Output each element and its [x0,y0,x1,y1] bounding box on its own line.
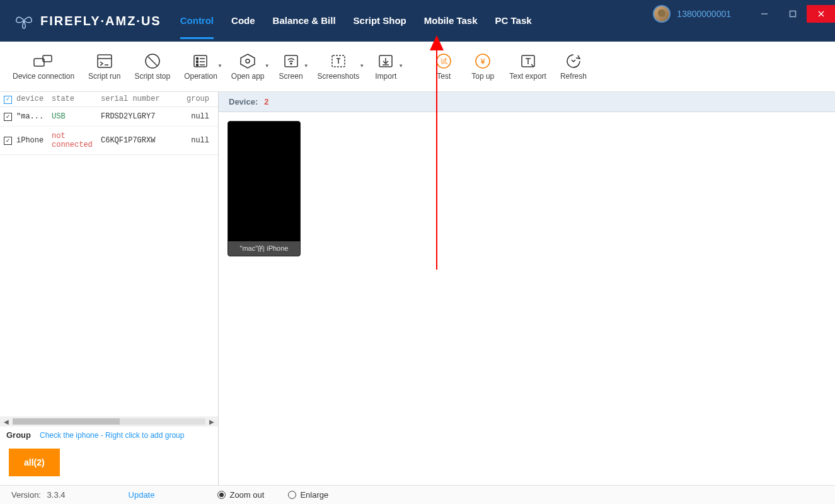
tool-script-run[interactable]: Script run [82,49,127,84]
scroll-thumb[interactable] [13,418,120,425]
device-name: iPhone [16,136,52,145]
open-app-icon [236,53,259,69]
device-state: USB [52,112,101,121]
tool-top-up[interactable]: ¥ Top up [464,49,502,84]
svg-text:¥: ¥ [480,57,486,66]
tool-device-connection[interactable]: Device connection [6,49,81,84]
svg-point-19 [246,59,250,63]
refresh-icon [562,53,585,69]
brand-text: FIREFLY·AMZ·US [40,14,161,28]
svg-point-12 [197,57,199,59]
screenshots-icon [327,53,350,69]
screen-icon [280,53,302,69]
horizontal-scrollbar[interactable]: ◀ ▶ [0,416,218,427]
radio-on-icon [217,491,226,499]
toolbar: Device connection Script run Script stop… [0,42,835,92]
app-header: FIREFLY·AMZ·US Control Code Balance & Bi… [0,0,835,42]
tool-operation[interactable]: Operation ▼ [178,49,224,84]
svg-point-16 [197,64,199,66]
maximize-button[interactable] [778,5,807,23]
group-chip-all[interactable]: all(2) [9,449,60,476]
device-checkbox[interactable] [4,137,12,145]
device-name: "ma... [16,112,52,121]
device-group: null [178,112,209,121]
device-group: null [178,136,209,145]
test-icon: 试 [432,53,455,69]
nav-script-shop[interactable]: Script Shop [354,3,406,39]
dropdown-caret-icon: ▼ [398,63,403,69]
svg-rect-1 [790,11,795,17]
content-pane: Device: 2 "mac"的 iPhone [219,92,835,485]
header-right: 13800000001 [653,0,835,28]
enlarge-option[interactable]: Enlarge [288,490,328,500]
group-chips: all(2) [0,444,218,485]
script-run-icon [93,53,116,69]
nav-mobile-task[interactable]: Mobile Task [424,3,478,39]
svg-line-10 [148,57,157,66]
tool-open-app[interactable]: Open app ▼ [225,49,271,84]
tool-test[interactable]: 试 Test [425,49,463,84]
close-button[interactable] [807,5,835,23]
device-checkbox[interactable] [4,113,12,121]
device-preview-area: "mac"的 iPhone [219,112,835,485]
scroll-right-icon[interactable]: ▶ [208,418,216,425]
device-connection-icon [32,53,55,69]
zoom-out-label: Zoom out [229,490,264,500]
select-all-checkbox[interactable] [4,96,12,104]
tool-refresh[interactable]: Refresh [554,49,593,84]
top-nav: Control Code Balance & Bill Script Shop … [180,3,532,39]
tool-script-stop[interactable]: Script stop [128,49,176,84]
tool-screenshots[interactable]: Screenshots ▼ [311,49,366,84]
device-count-label: Device: [229,97,258,106]
group-bar: Group Check the iphone - Right click to … [0,427,218,444]
zoom-out-option[interactable]: Zoom out [217,490,264,500]
device-serial: FRDSD2YLGRY7 [101,112,178,121]
device-row[interactable]: "ma... USB FRDSD2YLGRY7 null [0,107,218,127]
minimize-button[interactable] [750,5,778,23]
version-info: Version: 3.3.4 [11,490,66,500]
scroll-left-icon[interactable]: ◀ [3,418,10,425]
col-device: device [16,94,52,103]
user-phone[interactable]: 13800000001 [677,9,731,19]
svg-point-21 [291,63,292,64]
group-label: Group [6,430,31,440]
tool-import[interactable]: Import ▼ [367,49,405,84]
nav-code[interactable]: Code [231,3,255,39]
device-state: not connected [52,132,101,149]
svg-point-14 [197,60,199,62]
update-link[interactable]: Update [129,490,155,500]
tool-text-export[interactable]: Text export [503,49,553,84]
enlarge-label: Enlarge [300,490,328,500]
dropdown-caret-icon: ▼ [304,63,309,69]
nav-balance-bill[interactable]: Balance & Bill [273,3,336,39]
script-stop-icon [141,53,164,69]
dropdown-caret-icon: ▼ [265,63,270,69]
radio-off-icon [288,491,296,499]
device-count-value: 2 [264,97,268,106]
nav-control[interactable]: Control [180,3,214,39]
group-hint: Check the iphone - Right click to add gr… [40,431,184,440]
scroll-track[interactable] [13,418,205,425]
main-area: device state serial number group "ma... … [0,92,835,485]
firefly-icon [13,9,35,32]
device-sidebar: device state serial number group "ma... … [0,92,219,485]
nav-pc-task[interactable]: PC Task [495,3,532,39]
text-export-icon [517,53,539,69]
top-up-icon: ¥ [471,53,494,69]
svg-marker-18 [241,54,255,68]
device-table-header: device state serial number group [0,92,218,107]
status-bar: Version: 3.3.4 Update Zoom out Enlarge [0,485,835,504]
dropdown-caret-icon: ▼ [359,63,364,69]
col-group: group [178,94,209,103]
col-serial: serial number [101,94,178,103]
device-table: device state serial number group "ma... … [0,92,218,155]
operation-icon [189,53,212,69]
device-preview-card[interactable]: "mac"的 iPhone [227,121,301,256]
svg-rect-6 [98,55,112,67]
device-row[interactable]: iPhone not connected C6KQF1P7GRXW null [0,127,218,155]
user-avatar[interactable] [653,5,671,23]
app-logo: FIREFLY·AMZ·US [13,9,161,32]
device-serial: C6KQF1P7GRXW [101,136,178,145]
tool-screen[interactable]: Screen ▼ [272,49,310,84]
content-header: Device: 2 [219,92,835,112]
